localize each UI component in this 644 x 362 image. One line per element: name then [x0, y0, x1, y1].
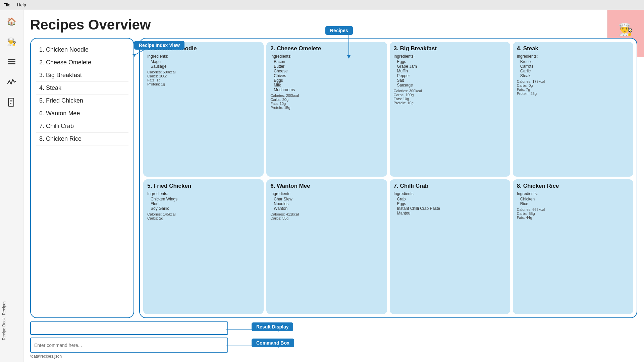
sidebar-activity[interactable]: [3, 74, 20, 90]
recipe-card-4-ing-2: Garlic: [517, 69, 629, 73]
recipe-card-5-ing-1: Flour: [147, 201, 260, 206]
recipe-card-2-ing-3: Chives: [270, 73, 383, 78]
recipe-index-view-arrow: [131, 44, 151, 57]
recipe-card-8-ing-1: Rice: [517, 201, 629, 206]
main-content: 👨‍🍳 Meal Plans Recipes Overview 1. Chick…: [23, 10, 644, 362]
recipe-card-2-ing-0: Bacon: [270, 59, 383, 64]
recipe-card-8[interactable]: 8. Chicken Rice Ingredients: Chicken Ric…: [513, 179, 633, 314]
recipe-index-item-8[interactable]: 8. Chicken Rice: [36, 133, 128, 145]
recipe-card-6-ing-0: Char Siew: [270, 197, 383, 201]
recipe-card-3[interactable]: 3. Big Breakfast Ingredients: Eggs Grape…: [390, 42, 510, 177]
recipe-card-7[interactable]: 7. Chilli Crab Ingredients: Crab Eggs In…: [390, 179, 510, 314]
recipe-card-2-title: 2. Cheese Omelete: [270, 45, 383, 52]
recipe-card-5-nutrition: Calories: 145kcal Carbs: 2g: [147, 212, 260, 220]
recipe-card-7-ing-2: Instant Chilli Crab Paste: [394, 206, 506, 211]
svg-rect-1: [8, 61, 15, 62]
recipe-card-6-nutrition: Calories: 411kcal Carbs: 55g: [270, 212, 383, 220]
recipe-card-2[interactable]: 2. Cheese Omelete Ingredients: Bacon But…: [266, 42, 387, 177]
svg-rect-3: [8, 98, 14, 106]
recipe-card-3-ing-4: Salt: [394, 78, 506, 83]
recipe-card-3-ing-1: Grape Jam: [394, 64, 506, 69]
recipe-card-1-ing-label: Ingredients:: [147, 54, 260, 59]
recipe-card-8-title: 8. Chicken Rice: [517, 183, 629, 189]
sidebar-label: Recipe Book: Recipes: [0, 299, 8, 342]
sidebar-home[interactable]: 🏠: [3, 13, 20, 30]
bottom-area: Result Display Command Box: [30, 321, 637, 353]
recipe-card-3-ing-3: Pepper: [394, 73, 506, 78]
recipe-index-item-4[interactable]: 4. Steak: [36, 82, 128, 95]
recipe-card-1-ing-0: Maggi: [147, 59, 260, 64]
recipe-card-5-ing-label: Ingredients:: [147, 191, 260, 196]
recipe-card-4-ing-1: Carrots: [517, 64, 629, 69]
recipe-card-2-ing-5: Milk: [270, 83, 383, 87]
recipe-grid: 1. Chicken Noodle Ingredients: Maggi Sau…: [143, 42, 633, 314]
command-box-row: Command Box: [30, 338, 637, 353]
meal-plans-icon: 👨‍🍳: [618, 22, 633, 37]
recipe-card-6[interactable]: 6. Wanton Mee Ingredients: Char Siew Noo…: [266, 179, 387, 314]
recipe-card-4-ing-0: Brocolli: [517, 59, 629, 64]
recipe-card-2-ing-2: Cheese: [270, 69, 383, 73]
recipe-card-4-nutrition: Calories: 179kcal Carbs: 0g Fats: 7g Pro…: [517, 79, 629, 96]
recipe-index-item-2[interactable]: 2. Cheese Omelete: [36, 56, 128, 69]
recipe-card-6-ing-1: Noodles: [270, 201, 383, 206]
recipe-card-4-title: 4. Steak: [517, 45, 629, 52]
svg-marker-14: [347, 55, 351, 59]
recipe-index-item-empty-2: [36, 158, 128, 170]
recipe-card-3-title: 3. Big Breakfast: [394, 45, 506, 52]
recipe-card-7-ing-1: Eggs: [394, 201, 506, 206]
footer-path: \data\recipes.json: [30, 354, 637, 359]
recipe-card-3-ing-0: Eggs: [394, 59, 506, 64]
svg-line-11: [134, 47, 149, 55]
recipe-card-5-ing-0: Chicken Wings: [147, 197, 260, 201]
recipe-card-6-ing-label: Ingredients:: [270, 191, 383, 196]
recipe-card-1-nutrition: Calories: 500kcal Carbs: 100g Fats: 1g P…: [147, 70, 260, 86]
recipe-index: 1. Chicken Noodle 2. Cheese Omelete 3. B…: [30, 38, 134, 318]
recipe-card-3-ing-5: Sausage: [394, 83, 506, 87]
recipe-card-2-ing-4: Eggs: [270, 78, 383, 83]
recipe-index-item-empty-1: [36, 145, 128, 158]
recipe-card-6-ing-2: Wanton: [270, 206, 383, 211]
recipe-index-item-6[interactable]: 6. Wanton Mee: [36, 107, 128, 120]
recipe-card-3-nutrition: Calories: 300kcal Carbs: 100g Fats: 10g …: [394, 89, 506, 105]
sidebar: 🏠 👨‍🍳 Recipe Book: Recipes: [0, 10, 23, 362]
recipe-card-7-title: 7. Chilli Crab: [394, 183, 506, 189]
recipe-card-2-ing-6: Mushrooms: [270, 87, 383, 92]
recipe-card-4-ing-3: Steak: [517, 73, 629, 78]
recipe-index-item-7[interactable]: 7. Chilli Crab: [36, 120, 128, 133]
recipe-card-8-nutrition: Calories: 666kcal Carbs: 55g Fats: 44g: [517, 207, 629, 220]
recipe-card-5-ing-2: Soy Garlic: [147, 206, 260, 211]
result-display-box: [30, 321, 228, 335]
command-box-tooltip: Command Box: [252, 339, 294, 347]
recipe-card-7-ing-0: Crab: [394, 197, 506, 201]
result-display-tooltip: Result Display: [252, 322, 293, 331]
svg-marker-12: [132, 54, 136, 57]
recipe-card-5-title: 5. Fried Chicken: [147, 183, 260, 189]
recipe-card-2-ing-label: Ingredients:: [270, 54, 383, 59]
recipe-index-item-3[interactable]: 3. Big Breakfast: [36, 69, 128, 82]
recipe-card-6-title: 6. Wanton Mee: [270, 183, 383, 189]
menu-file[interactable]: File: [3, 2, 10, 7]
svg-rect-2: [8, 63, 15, 64]
recipe-card-2-nutrition: Calories: 200kcal Carbs: 20g Fats: 10g P…: [270, 94, 383, 110]
sidebar-chef[interactable]: 👨‍🍳: [3, 34, 20, 50]
sidebar-layers[interactable]: [3, 54, 20, 70]
sidebar-book[interactable]: [3, 94, 20, 111]
result-display-row: Result Display: [30, 321, 637, 335]
command-input[interactable]: [30, 338, 228, 353]
recipe-grid-container: 1. Chicken Noodle Ingredients: Maggi Sau…: [139, 38, 637, 318]
recipe-index-item-5[interactable]: 5. Fried Chicken: [36, 95, 128, 107]
recipes-arrow: [345, 34, 352, 60]
menu-help[interactable]: Help: [17, 2, 26, 7]
recipe-card-8-ing-label: Ingredients:: [517, 191, 629, 196]
recipe-card-8-ing-0: Chicken: [517, 197, 629, 201]
recipe-card-4[interactable]: 4. Steak Ingredients: Brocolli Carrots G…: [513, 42, 633, 177]
recipe-card-7-ing-3: Mantou: [394, 211, 506, 216]
recipe-index-item-1[interactable]: 1. Chicken Noodle: [36, 44, 128, 56]
menu-bar: File Help: [0, 0, 644, 10]
recipe-card-3-ing-label: Ingredients:: [394, 54, 506, 59]
recipe-card-5[interactable]: 5. Fried Chicken Ingredients: Chicken Wi…: [143, 179, 264, 314]
recipe-card-2-ing-1: Butter: [270, 64, 383, 69]
recipe-card-1-ing-1: Sausage: [147, 64, 260, 69]
app-container: 🏠 👨‍🍳 Recipe Book: Recipes: [0, 10, 644, 362]
recipe-card-1[interactable]: 1. Chicken Noodle Ingredients: Maggi Sau…: [143, 42, 264, 177]
